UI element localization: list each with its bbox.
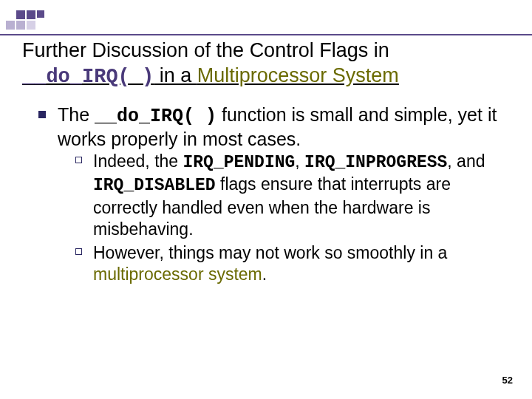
title-code: __do_IRQ( ) bbox=[22, 66, 154, 88]
s1-flag1: IRQ_PENDING bbox=[183, 153, 296, 172]
slide: Further Discussion of the Control Flags … bbox=[0, 0, 532, 399]
sub-list: Indeed, the IRQ_PENDING, IRQ_INPROGRESS,… bbox=[58, 151, 510, 286]
s1a: Indeed, the bbox=[93, 151, 183, 171]
s1-flag3: IRQ_DISABLED bbox=[93, 176, 216, 195]
s2a: However, things may not work so smoothly… bbox=[93, 243, 447, 262]
b1-prefix: The bbox=[58, 104, 95, 125]
bullet-1: The __do_IRQ( ) function is small and si… bbox=[38, 103, 510, 286]
title-after-code: in a bbox=[154, 64, 197, 86]
slide-number: 52 bbox=[502, 375, 513, 386]
body: The __do_IRQ( ) function is small and si… bbox=[22, 103, 510, 286]
title-line1: Further Discussion of the Control Flags … bbox=[22, 39, 389, 61]
title-mp: Multiprocessor System bbox=[197, 64, 399, 86]
slide-title: Further Discussion of the Control Flags … bbox=[22, 38, 510, 90]
sub-bullet-1: Indeed, the IRQ_PENDING, IRQ_INPROGRESS,… bbox=[75, 151, 510, 241]
s2b: . bbox=[262, 265, 267, 284]
s2-mp: multiprocessor system bbox=[93, 265, 262, 284]
s1-flag2: IRQ_INPROGRESS bbox=[304, 153, 447, 172]
sub-bullet-2: However, things may not work so smoothly… bbox=[75, 242, 510, 286]
s1b: , bbox=[295, 151, 304, 171]
s1c: , and bbox=[447, 151, 485, 171]
b1-code: __do_IRQ( ) bbox=[95, 106, 216, 127]
